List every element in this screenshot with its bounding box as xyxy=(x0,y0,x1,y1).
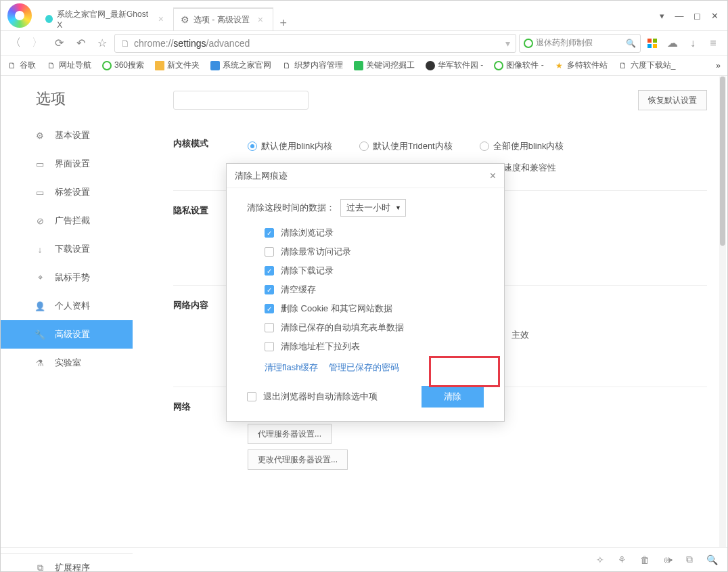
undo-button[interactable]: ↶ xyxy=(71,34,90,53)
clear-button[interactable]: 清除 xyxy=(422,386,484,408)
tab-label: 系统之家官网_最新Ghost X xyxy=(57,9,150,30)
tab-strip: 系统之家官网_最新Ghost X × ⚙ 选项 - 高级设置 × + xyxy=(39,1,653,30)
menu-icon[interactable]: ≡ xyxy=(704,35,722,52)
bookmark-item[interactable]: 🗋网址导航 xyxy=(47,60,91,71)
download-icon[interactable]: ↓ xyxy=(684,35,702,52)
sidebar-icon: ⚙ xyxy=(35,131,45,141)
trash-icon[interactable]: 🗑 xyxy=(640,554,650,565)
tab-2[interactable]: ⚙ 选项 - 高级设置 × xyxy=(174,7,273,30)
tab-favicon xyxy=(45,15,53,23)
checkbox-icon: ✓ xyxy=(265,266,274,276)
zoom-icon[interactable]: 🔍 xyxy=(706,554,718,565)
clear-flash-link[interactable]: 清理flash缓存 xyxy=(265,362,318,372)
scrollbar[interactable] xyxy=(719,76,726,547)
sidebar-item-8[interactable]: ⚗实验室 xyxy=(1,349,133,377)
sidebar-label: 鼠标手势 xyxy=(55,271,90,284)
reload-button[interactable]: ⟳ xyxy=(49,34,68,53)
title-bar: 系统之家官网_最新Ghost X × ⚙ 选项 - 高级设置 × + ▾ — ◻… xyxy=(1,1,727,31)
sidebar-item-3[interactable]: ⊘广告拦截 xyxy=(1,206,133,235)
rocket-icon[interactable]: ⚘ xyxy=(618,554,627,565)
sidebar-label: 高级设置 xyxy=(55,328,90,340)
bookmark-overflow[interactable]: » xyxy=(716,61,721,70)
sidebar-item-4[interactable]: ↓下载设置 xyxy=(1,235,133,263)
dropdown-icon[interactable]: ▾ xyxy=(505,38,510,49)
bookmark-item[interactable]: 🗋六度下载站_ xyxy=(618,60,676,71)
sidebar-icon: ⚗ xyxy=(35,358,45,368)
window-controls: ▾ — ◻ ✕ xyxy=(653,8,723,23)
manage-passwords-link[interactable]: 管理已保存的密码 xyxy=(329,362,399,372)
clear-data-dialog: 清除上网痕迹 × 清除这段时间的数据： 过去一小时 ✓清除浏览记录清除最常访问记… xyxy=(226,163,505,422)
radio-trident[interactable]: 默认使用Trident内核 xyxy=(359,137,453,155)
page-title: 选项 xyxy=(1,76,133,121)
change-proxy-button[interactable]: 更改代理服务器设置... xyxy=(248,449,348,470)
close-icon[interactable]: ✕ xyxy=(706,8,723,23)
bookmark-item[interactable]: ★多特软件站 xyxy=(555,60,608,71)
page-icon: 🗋 xyxy=(120,38,130,49)
bookmark-item[interactable]: 图像软件 - xyxy=(494,60,543,71)
sidebar-label: 实验室 xyxy=(55,357,81,369)
wand-icon[interactable]: ✧ xyxy=(596,554,604,565)
search-engine-icon xyxy=(524,39,533,48)
checkbox-icon: ✓ xyxy=(265,285,274,294)
bookmark-item[interactable]: 关键词挖掘工 xyxy=(354,60,415,71)
sidebar-item-5[interactable]: ⌖鼠标手势 xyxy=(1,263,133,292)
settings-sidebar: 选项 ⚙基本设置▭界面设置▭标签设置⊘广告拦截↓下载设置⌖鼠标手势👤个人资料🔧高… xyxy=(1,76,133,547)
radio-blink[interactable]: 默认使用blink内核 xyxy=(248,137,332,155)
clear-option-4[interactable]: ✓删除 Cookie 和其它网站数据 xyxy=(247,299,484,318)
tab-1[interactable]: 系统之家官网_最新Ghost X × xyxy=(39,7,174,30)
dialog-title: 清除上网痕迹 xyxy=(235,170,288,182)
apps-icon[interactable] xyxy=(643,35,661,52)
copy-icon[interactable]: ⧉ xyxy=(686,554,693,565)
checkbox-icon xyxy=(265,247,274,257)
sidebar-label: 基本设置 xyxy=(55,129,90,141)
close-icon[interactable]: × xyxy=(490,170,496,182)
clear-option-0[interactable]: ✓清除浏览记录 xyxy=(247,223,484,242)
forward-button[interactable]: 〉 xyxy=(28,34,47,53)
menu-icon[interactable]: ▾ xyxy=(653,8,670,23)
search-box[interactable]: 退休药剂师制假 🔍 xyxy=(519,34,641,53)
sidebar-item-7[interactable]: 🔧高级设置 xyxy=(1,320,133,349)
cloud-icon[interactable]: ☁ xyxy=(664,35,681,52)
new-tab-button[interactable]: + xyxy=(273,16,294,30)
bookmark-item[interactable]: 🗋织梦内容管理 xyxy=(282,60,343,71)
bookmark-item[interactable]: 系统之家官网 xyxy=(210,60,271,71)
range-select[interactable]: 过去一小时 xyxy=(340,199,406,217)
bookmark-item[interactable]: 新文件夹 xyxy=(155,60,200,71)
proxy-button[interactable]: 代理服务器设置... xyxy=(248,424,332,444)
sidebar-item-1[interactable]: ▭界面设置 xyxy=(1,150,133,178)
gear-icon: ⚙ xyxy=(181,14,189,25)
search-icon[interactable]: 🔍 xyxy=(626,39,636,48)
checkbox-icon: ✓ xyxy=(265,304,274,313)
search-placeholder: 退休药剂师制假 xyxy=(536,37,593,49)
bookmark-item[interactable]: 华军软件园 - xyxy=(426,60,483,71)
maximize-icon[interactable]: ◻ xyxy=(688,8,706,23)
sidebar-label: 界面设置 xyxy=(55,158,90,170)
settings-search-input[interactable] xyxy=(173,91,309,110)
checkbox-icon xyxy=(265,342,274,351)
sidebar-label: 广告拦截 xyxy=(55,215,90,227)
sidebar-item-0[interactable]: ⚙基本设置 xyxy=(1,121,133,150)
back-button[interactable]: 〈 xyxy=(6,34,25,53)
bookmark-item[interactable]: 360搜索 xyxy=(102,60,144,71)
volume-icon[interactable]: 🕪 xyxy=(663,554,673,565)
star-button[interactable]: ☆ xyxy=(93,34,112,53)
clear-option-3[interactable]: ✓清空缓存 xyxy=(247,280,484,299)
restore-defaults-button[interactable]: 恢复默认设置 xyxy=(638,90,707,110)
minimize-icon[interactable]: — xyxy=(670,8,688,23)
sidebar-item-6[interactable]: 👤个人资料 xyxy=(1,292,133,320)
clear-option-2[interactable]: ✓清除下载记录 xyxy=(247,261,484,280)
auto-clear-checkbox[interactable]: 退出浏览器时自动清除选中项 xyxy=(247,391,378,403)
sidebar-icon: ↓ xyxy=(35,244,45,255)
clear-option-6[interactable]: 清除地址栏下拉列表 xyxy=(247,337,484,356)
close-icon[interactable]: × xyxy=(258,14,263,25)
clear-option-5[interactable]: 清除已保存的自动填充表单数据 xyxy=(247,318,484,337)
bookmark-item[interactable]: 🗋谷歌 xyxy=(7,60,36,71)
sidebar-label: 个人资料 xyxy=(55,300,90,312)
close-icon[interactable]: × xyxy=(158,14,164,24)
radio-all-blink[interactable]: 全部使用blink内核 xyxy=(480,137,564,155)
sidebar-icon: 👤 xyxy=(35,301,45,311)
sidebar-icon: ▭ xyxy=(35,188,45,198)
address-bar[interactable]: 🗋 chrome://settings/advanced ▾ xyxy=(114,34,516,53)
clear-option-1[interactable]: 清除最常访问记录 xyxy=(247,242,484,261)
sidebar-item-2[interactable]: ▭标签设置 xyxy=(1,178,133,206)
